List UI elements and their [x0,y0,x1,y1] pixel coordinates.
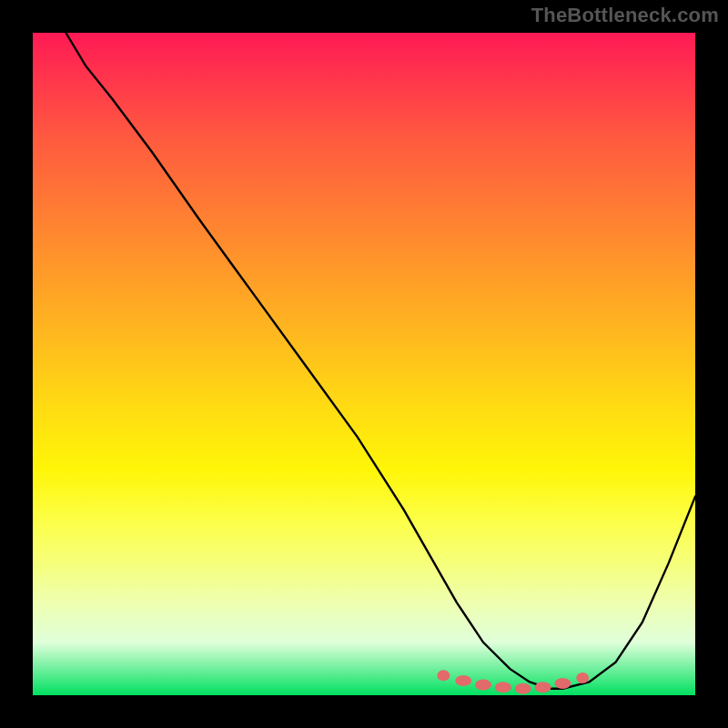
optimal-dot [535,682,551,693]
attribution-text: TheBottleneck.com [531,4,719,27]
optimal-dot [515,683,531,694]
optimal-dot [554,678,571,689]
optimal-dot [455,675,471,686]
optimal-range-dots [437,670,589,694]
optimal-dot [437,670,450,681]
optimal-dot [475,679,491,690]
chart-frame: TheBottleneck.com [0,0,728,728]
curve-layer [33,33,695,695]
optimal-dot [576,672,589,683]
bottleneck-curve [66,33,695,689]
plot-area [33,33,695,695]
optimal-dot [495,682,511,693]
